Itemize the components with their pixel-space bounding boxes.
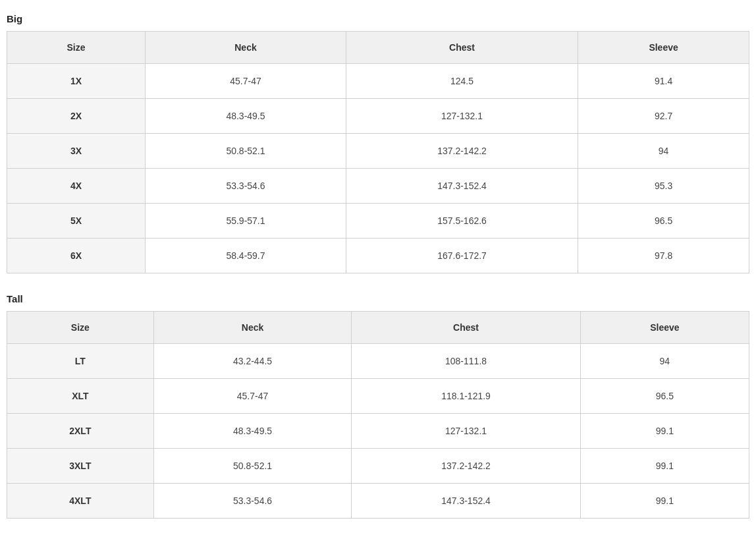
sleeve-cell: 99.1 xyxy=(580,449,749,484)
size-cell: 4X xyxy=(7,169,146,204)
tall-section: Tall Size Neck Chest Sleeve LT 43.2-44.5… xyxy=(7,293,749,519)
table-row: 2XLT 48.3-49.5 127-132.1 99.1 xyxy=(7,414,749,449)
table-row: 4XLT 53.3-54.6 147.3-152.4 99.1 xyxy=(7,484,749,519)
chest-cell: 118.1-121.9 xyxy=(352,379,580,414)
big-header-sleeve: Sleeve xyxy=(578,32,749,64)
sleeve-cell: 99.1 xyxy=(580,484,749,519)
sleeve-cell: 92.7 xyxy=(578,99,749,134)
sleeve-cell: 96.5 xyxy=(580,379,749,414)
tall-header-sleeve: Sleeve xyxy=(580,312,749,344)
size-cell: 4XLT xyxy=(7,484,154,519)
neck-cell: 45.7-47 xyxy=(153,379,352,414)
neck-cell: 50.8-52.1 xyxy=(153,449,352,484)
neck-cell: 55.9-57.1 xyxy=(146,204,346,239)
chest-cell: 157.5-162.6 xyxy=(346,204,578,239)
neck-cell: 45.7-47 xyxy=(146,64,346,99)
chest-cell: 124.5 xyxy=(346,64,578,99)
table-row: 5X 55.9-57.1 157.5-162.6 96.5 xyxy=(7,204,749,239)
size-cell: 6X xyxy=(7,239,146,273)
big-header-size: Size xyxy=(7,32,146,64)
chest-cell: 147.3-152.4 xyxy=(352,484,580,519)
neck-cell: 53.3-54.6 xyxy=(146,169,346,204)
chest-cell: 108-111.8 xyxy=(352,344,580,379)
tall-table: Size Neck Chest Sleeve LT 43.2-44.5 108-… xyxy=(7,311,749,519)
big-header-row: Size Neck Chest Sleeve xyxy=(7,32,749,64)
size-cell: 3X xyxy=(7,134,146,169)
tall-header-size: Size xyxy=(7,312,154,344)
table-row: LT 43.2-44.5 108-111.8 94 xyxy=(7,344,749,379)
table-row: XLT 45.7-47 118.1-121.9 96.5 xyxy=(7,379,749,414)
big-header-chest: Chest xyxy=(346,32,578,64)
chest-cell: 127-132.1 xyxy=(346,99,578,134)
size-cell: XLT xyxy=(7,379,154,414)
tall-header-neck: Neck xyxy=(153,312,352,344)
big-section: Big Size Neck Chest Sleeve 1X 45.7-47 12… xyxy=(7,13,749,273)
table-row: 6X 58.4-59.7 167.6-172.7 97.8 xyxy=(7,239,749,273)
chest-cell: 127-132.1 xyxy=(352,414,580,449)
neck-cell: 48.3-49.5 xyxy=(146,99,346,134)
size-cell: LT xyxy=(7,344,154,379)
neck-cell: 48.3-49.5 xyxy=(153,414,352,449)
tall-header-chest: Chest xyxy=(352,312,580,344)
chest-cell: 137.2-142.2 xyxy=(352,449,580,484)
sleeve-cell: 91.4 xyxy=(578,64,749,99)
chest-cell: 147.3-152.4 xyxy=(346,169,578,204)
neck-cell: 50.8-52.1 xyxy=(146,134,346,169)
table-row: 3XLT 50.8-52.1 137.2-142.2 99.1 xyxy=(7,449,749,484)
big-header-neck: Neck xyxy=(146,32,346,64)
neck-cell: 53.3-54.6 xyxy=(153,484,352,519)
sleeve-cell: 99.1 xyxy=(580,414,749,449)
table-row: 2X 48.3-49.5 127-132.1 92.7 xyxy=(7,99,749,134)
size-cell: 3XLT xyxy=(7,449,154,484)
table-row: 1X 45.7-47 124.5 91.4 xyxy=(7,64,749,99)
sleeve-cell: 96.5 xyxy=(578,204,749,239)
table-row: 4X 53.3-54.6 147.3-152.4 95.3 xyxy=(7,169,749,204)
table-row: 3X 50.8-52.1 137.2-142.2 94 xyxy=(7,134,749,169)
chest-cell: 137.2-142.2 xyxy=(346,134,578,169)
size-cell: 2X xyxy=(7,99,146,134)
sleeve-cell: 94 xyxy=(580,344,749,379)
neck-cell: 43.2-44.5 xyxy=(153,344,352,379)
chest-cell: 167.6-172.7 xyxy=(346,239,578,273)
tall-title: Tall xyxy=(7,293,749,304)
size-cell: 2XLT xyxy=(7,414,154,449)
size-cell: 1X xyxy=(7,64,146,99)
big-table: Size Neck Chest Sleeve 1X 45.7-47 124.5 … xyxy=(7,31,749,273)
neck-cell: 58.4-59.7 xyxy=(146,239,346,273)
size-cell: 5X xyxy=(7,204,146,239)
sleeve-cell: 94 xyxy=(578,134,749,169)
big-title: Big xyxy=(7,13,749,24)
sleeve-cell: 95.3 xyxy=(578,169,749,204)
sleeve-cell: 97.8 xyxy=(578,239,749,273)
tall-header-row: Size Neck Chest Sleeve xyxy=(7,312,749,344)
